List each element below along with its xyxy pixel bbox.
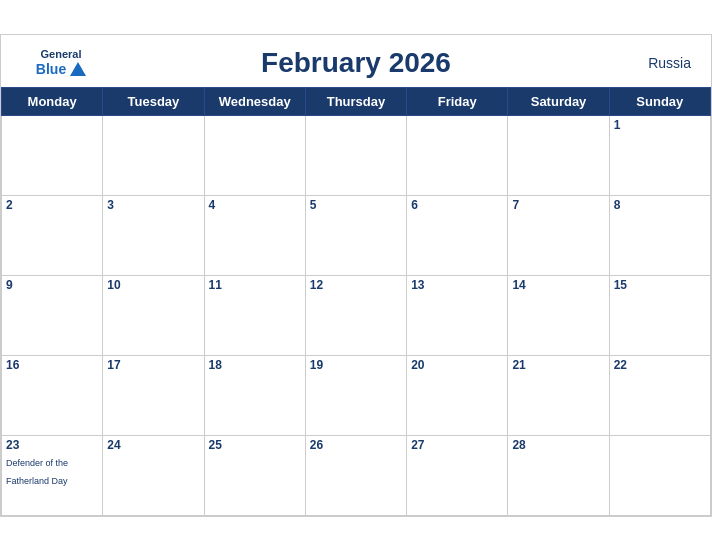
day-number: 20 bbox=[411, 358, 503, 372]
day-number: 2 bbox=[6, 198, 98, 212]
calendar-cell: 27 bbox=[407, 435, 508, 515]
day-number: 4 bbox=[209, 198, 301, 212]
calendar-cell: 14 bbox=[508, 275, 609, 355]
calendar-cell: 5 bbox=[305, 195, 406, 275]
calendar-cell: 23Defender of the Fatherland Day bbox=[2, 435, 103, 515]
calendar-cell: 6 bbox=[407, 195, 508, 275]
day-number: 13 bbox=[411, 278, 503, 292]
week-row-3: 9101112131415 bbox=[2, 275, 711, 355]
calendar-cell bbox=[204, 115, 305, 195]
weekday-header-monday: Monday bbox=[2, 87, 103, 115]
weekday-header-wednesday: Wednesday bbox=[204, 87, 305, 115]
calendar-cell: 3 bbox=[103, 195, 204, 275]
day-number: 17 bbox=[107, 358, 199, 372]
weekday-header-thursday: Thursday bbox=[305, 87, 406, 115]
weekday-header-saturday: Saturday bbox=[508, 87, 609, 115]
calendar-cell: 26 bbox=[305, 435, 406, 515]
day-number: 15 bbox=[614, 278, 706, 292]
calendar-cell: 19 bbox=[305, 355, 406, 435]
day-number: 23 bbox=[6, 438, 98, 452]
calendar-cell: 25 bbox=[204, 435, 305, 515]
weekday-header-sunday: Sunday bbox=[609, 87, 710, 115]
calendar-cell: 24 bbox=[103, 435, 204, 515]
day-number: 10 bbox=[107, 278, 199, 292]
day-number: 5 bbox=[310, 198, 402, 212]
calendar-cell bbox=[2, 115, 103, 195]
calendar-cell: 2 bbox=[2, 195, 103, 275]
calendar-cell: 4 bbox=[204, 195, 305, 275]
day-number: 6 bbox=[411, 198, 503, 212]
calendar-grid: MondayTuesdayWednesdayThursdayFridaySatu… bbox=[1, 87, 711, 516]
calendar-cell: 7 bbox=[508, 195, 609, 275]
calendar-cell: 11 bbox=[204, 275, 305, 355]
calendar-cell: 1 bbox=[609, 115, 710, 195]
day-number: 26 bbox=[310, 438, 402, 452]
calendar-cell: 17 bbox=[103, 355, 204, 435]
day-number: 19 bbox=[310, 358, 402, 372]
logo-area: General Blue bbox=[21, 48, 101, 76]
calendar-cell: 10 bbox=[103, 275, 204, 355]
calendar-cell: 15 bbox=[609, 275, 710, 355]
calendar-cell: 13 bbox=[407, 275, 508, 355]
week-row-2: 2345678 bbox=[2, 195, 711, 275]
calendar-cell: 12 bbox=[305, 275, 406, 355]
day-number: 8 bbox=[614, 198, 706, 212]
week-row-4: 16171819202122 bbox=[2, 355, 711, 435]
logo-blue-text: Blue bbox=[36, 61, 86, 77]
week-row-1: 1 bbox=[2, 115, 711, 195]
calendar-cell bbox=[508, 115, 609, 195]
day-number: 9 bbox=[6, 278, 98, 292]
day-number: 3 bbox=[107, 198, 199, 212]
weekday-header-row: MondayTuesdayWednesdayThursdayFridaySatu… bbox=[2, 87, 711, 115]
day-number: 24 bbox=[107, 438, 199, 452]
calendar-cell: 21 bbox=[508, 355, 609, 435]
calendar-cell: 16 bbox=[2, 355, 103, 435]
day-number: 28 bbox=[512, 438, 604, 452]
country-label: Russia bbox=[611, 55, 691, 71]
day-number: 12 bbox=[310, 278, 402, 292]
holiday-text: Defender of the Fatherland Day bbox=[6, 458, 68, 486]
day-number: 14 bbox=[512, 278, 604, 292]
calendar-cell: 18 bbox=[204, 355, 305, 435]
calendar-cell: 28 bbox=[508, 435, 609, 515]
calendar-cell bbox=[407, 115, 508, 195]
calendar-cell: 20 bbox=[407, 355, 508, 435]
week-row-5: 23Defender of the Fatherland Day24252627… bbox=[2, 435, 711, 515]
logo-triangle-icon bbox=[70, 62, 86, 76]
calendar-cell: 22 bbox=[609, 355, 710, 435]
logo-general-text: General bbox=[41, 48, 82, 60]
calendar-cell: 9 bbox=[2, 275, 103, 355]
day-number: 21 bbox=[512, 358, 604, 372]
day-number: 7 bbox=[512, 198, 604, 212]
weekday-header-friday: Friday bbox=[407, 87, 508, 115]
month-title: February 2026 bbox=[101, 47, 611, 79]
weekday-header-tuesday: Tuesday bbox=[103, 87, 204, 115]
day-number: 16 bbox=[6, 358, 98, 372]
day-number: 11 bbox=[209, 278, 301, 292]
calendar-header: General Blue February 2026 Russia bbox=[1, 35, 711, 87]
day-number: 27 bbox=[411, 438, 503, 452]
calendar-cell bbox=[103, 115, 204, 195]
calendar-cell bbox=[609, 435, 710, 515]
day-number: 1 bbox=[614, 118, 706, 132]
day-number: 18 bbox=[209, 358, 301, 372]
calendar-wrapper: General Blue February 2026 Russia Monday… bbox=[0, 34, 712, 517]
calendar-cell bbox=[305, 115, 406, 195]
day-number: 25 bbox=[209, 438, 301, 452]
calendar-cell: 8 bbox=[609, 195, 710, 275]
day-number: 22 bbox=[614, 358, 706, 372]
